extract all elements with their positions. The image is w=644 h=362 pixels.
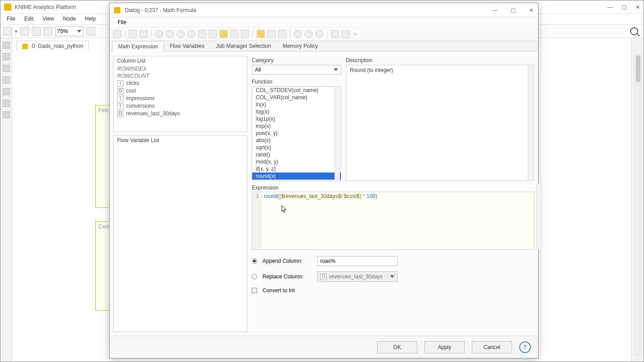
dlg-tool-icon[interactable] [241,30,249,38]
column-item[interactable]: Iconversions [114,102,247,110]
dlg-tool-icon[interactable] [155,30,163,38]
function-item[interactable]: mod(x, y) [252,158,341,165]
dialog-maximize-icon[interactable]: ▢ [511,7,516,13]
function-item[interactable]: exp(x) [252,122,341,130]
column-item[interactable]: Iimpressions [114,95,247,102]
dialog-app-icon [114,7,120,13]
menu-node[interactable]: Node [59,14,80,24]
leftstrip-icon[interactable] [3,42,10,49]
chevron-right-icon[interactable]: › [352,31,356,37]
function-list[interactable]: COL_STDDEV(col_name) COL_VAR(col_name) l… [252,86,341,181]
tab-flow-variables[interactable]: Flow Variables [164,41,210,51]
function-item-selected[interactable]: round(x) [252,173,341,180]
category-value: All [255,67,261,73]
editor-vscrollbar[interactable] [635,54,642,355]
dlg-tool-icon[interactable] [140,30,148,38]
function-item[interactable]: COL_STDDEV(col_name) [252,87,341,94]
expression-editor[interactable]: 1 round(($revenues_last_30days$/ $cost$)… [252,192,534,250]
dlg-tool-icon[interactable] [257,30,265,38]
category-select[interactable]: All [252,65,341,75]
dlg-tool-icon[interactable] [305,30,313,38]
toolbar-save-icon[interactable] [20,27,29,36]
dlg-tool-icon[interactable] [342,30,350,38]
replace-column-select[interactable]: D revenues_last_30days [317,271,398,282]
leftstrip-icon[interactable] [3,53,10,60]
dlg-tool-run-icon[interactable] [294,30,302,38]
function-item[interactable]: abs(x) [252,137,341,144]
search-icon[interactable] [630,27,638,35]
menu-help[interactable]: Help [80,14,101,24]
dlg-tool-icon[interactable] [177,30,185,38]
leftstrip-icon[interactable] [3,88,10,95]
maximize-icon[interactable]: ▢ [622,4,627,10]
menu-view[interactable]: View [38,14,59,24]
dlg-tool-icon[interactable] [129,30,137,38]
dlg-tool-icon[interactable] [230,30,238,38]
function-item[interactable]: ln(x) [252,101,341,108]
append-column-input[interactable] [317,256,398,266]
dialog-footer: OK Apply Cancel ? [110,336,538,358]
toolbar-new-icon[interactable] [3,27,12,36]
replace-column-radio[interactable] [252,274,257,279]
tab-job-manager[interactable]: Job Manager Selection [210,41,277,51]
dlg-tool-icon[interactable] [267,30,275,38]
column-item[interactable]: Dcost [114,87,247,95]
minimize-icon[interactable]: — [607,4,613,10]
editor-tab[interactable]: 0: Gads_roas_python [17,41,89,51]
description-label: Description [346,56,534,65]
main-window-title: KNIME Analytics Platform [15,4,76,10]
ok-button[interactable]: OK [377,341,417,354]
column-item[interactable]: Drevenues_last_30days [114,110,247,118]
dlg-tool-icon[interactable] [331,30,339,38]
dlg-tool-icon[interactable] [187,30,195,38]
help-button[interactable]: ? [519,341,531,353]
leftstrip-icon[interactable] [3,111,10,118]
expression-text: round(($revenues_last_30days$/ $cost$) *… [264,193,377,199]
dlg-tool-icon[interactable] [315,30,323,38]
leftstrip-icon[interactable] [3,65,10,72]
zoom-select[interactable]: 75% [55,26,84,36]
function-item[interactable]: log1p(x) [252,115,341,122]
leftstrip-icon[interactable] [3,100,10,107]
function-item[interactable]: rand() [252,151,341,158]
toolbar-print-icon[interactable] [43,27,52,36]
menu-file[interactable]: File [2,14,20,24]
append-column-radio[interactable] [252,258,257,264]
description-scrollbar[interactable] [528,66,533,180]
column-rowindex[interactable]: ROWINDEX [114,65,247,72]
column-name: conversions [126,103,155,109]
function-item[interactable]: COL_VAR(col_name) [252,94,341,101]
left-toolstrip [0,38,12,362]
dialog-minimize-icon[interactable]: — [492,7,497,13]
tab-math-expression[interactable]: Math Expression [112,41,164,51]
function-item[interactable]: log(x) [252,108,341,115]
dlg-tool-icon[interactable] [209,30,217,38]
close-icon[interactable]: ✕ [636,4,640,10]
function-item[interactable]: pow(x, y) [252,130,341,137]
tab-memory-policy[interactable]: Memory Policy [277,41,324,51]
dlg-tool-icon[interactable] [198,30,206,38]
toolbar-saveall-icon[interactable] [32,27,41,36]
menu-edit[interactable]: Edit [20,14,38,24]
function-scrollbar[interactable] [335,88,340,180]
column-rowcount[interactable]: ROWCOUNT [114,72,247,80]
output-options: Append Column: Replace Column: D revenue… [252,253,534,294]
function-item[interactable]: if(x, y, z) [252,165,341,173]
toolbar-misc-icon[interactable] [86,27,95,36]
leftstrip-icon[interactable] [3,76,10,84]
dialog-close-icon[interactable]: ✕ [529,7,534,13]
apply-button[interactable]: Apply [424,341,465,354]
dlg-tool-icon[interactable] [278,30,286,38]
replace-column-label: Replace Column: [263,274,312,280]
convert-int-checkbox[interactable] [252,288,257,293]
dialog-menu-file[interactable]: File [114,18,130,26]
expression-scrollbar[interactable] [536,184,542,250]
function-label: Function [252,77,341,86]
dlg-tool-icon[interactable] [220,30,228,38]
dlg-tool-icon[interactable] [113,30,121,38]
column-item[interactable]: Iclicks [114,80,247,87]
function-item[interactable]: sqrt(x) [252,144,341,151]
cancel-button[interactable]: Cancel [472,341,512,354]
dlg-tool-icon[interactable] [166,30,174,38]
replace-column-value: revenues_last_30days [329,274,383,280]
